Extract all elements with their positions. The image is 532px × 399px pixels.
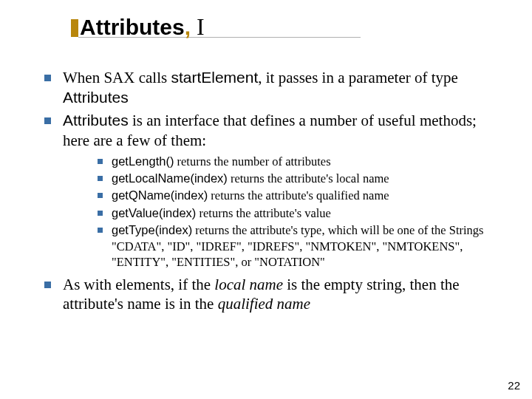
code-fragment: getType(index) bbox=[112, 223, 192, 236]
bullet-square-icon bbox=[98, 159, 103, 164]
bullet-square-icon bbox=[98, 211, 103, 216]
bullet-text: getLocalName(index) returns the attribut… bbox=[112, 171, 389, 186]
code-fragment: getQName(index) bbox=[112, 188, 208, 202]
emphasis: qualified name bbox=[218, 295, 310, 313]
bullet-square-icon bbox=[44, 75, 51, 81]
emphasis: local name bbox=[214, 276, 283, 293]
slide-title-block: Attributes, I bbox=[80, 13, 205, 41]
bullet-level1: As with elements, if the local name is t… bbox=[44, 275, 502, 315]
bullet-level2: getLength() returns the number of attrib… bbox=[98, 154, 502, 169]
bullet-square-icon bbox=[44, 282, 51, 288]
bullet-text: getValue(index) returns the attribute's … bbox=[112, 205, 331, 221]
text-fragment: returns the attribute's value bbox=[196, 206, 331, 220]
title-comma: , bbox=[185, 15, 191, 39]
code-fragment: getLocalName(index) bbox=[112, 171, 228, 185]
bullet-square-icon bbox=[98, 176, 103, 181]
bullet-level2: getValue(index) returns the attribute's … bbox=[98, 205, 502, 221]
text-fragment: returns the attribute's local name bbox=[228, 171, 389, 185]
code-fragment: startElement bbox=[171, 69, 258, 86]
title-accent-bar bbox=[71, 19, 78, 37]
page-number: 22 bbox=[508, 379, 520, 392]
code-fragment: getLength() bbox=[112, 154, 174, 168]
bullet-level1: Attributes is an interface that defines … bbox=[44, 111, 502, 151]
bullet-level2: getQName(index) returns the attribute's … bbox=[98, 188, 502, 203]
bullet-text: As with elements, if the local name is t… bbox=[63, 275, 502, 315]
text-fragment: returns the number of attributes bbox=[174, 154, 330, 168]
bullet-text: getQName(index) returns the attribute's … bbox=[112, 188, 389, 203]
bullet-square-icon bbox=[98, 193, 103, 198]
text-fragment: returns the attribute's qualified name bbox=[208, 188, 389, 202]
bullet-text: getLength() returns the number of attrib… bbox=[112, 154, 331, 169]
code-fragment: Attributes bbox=[63, 89, 129, 106]
bullet-square-icon bbox=[98, 228, 103, 233]
bullet-text: getType(index) returns the attribute's t… bbox=[112, 222, 502, 270]
bullet-level2: getType(index) returns the attribute's t… bbox=[98, 222, 502, 270]
sublist: getLength() returns the number of attrib… bbox=[98, 154, 502, 270]
title-suffix: I bbox=[191, 13, 205, 40]
bullet-text: When SAX calls startElement, it passes i… bbox=[63, 68, 502, 108]
text-fragment: , it passes in a parameter of type bbox=[258, 69, 458, 86]
title-main: Attributes bbox=[80, 15, 185, 39]
text-fragment: As with elements, if the bbox=[63, 276, 214, 293]
code-fragment: getValue(index) bbox=[112, 206, 196, 219]
bullet-text: Attributes is an interface that defines … bbox=[63, 111, 502, 151]
slide-content: When SAX calls startElement, it passes i… bbox=[44, 68, 502, 317]
slide-title: Attributes, I bbox=[80, 13, 205, 41]
bullet-level2: getLocalName(index) returns the attribut… bbox=[98, 171, 502, 186]
text-fragment: When SAX calls bbox=[63, 69, 171, 86]
code-fragment: Attributes bbox=[63, 112, 129, 129]
bullet-level1: When SAX calls startElement, it passes i… bbox=[44, 68, 502, 108]
bullet-square-icon bbox=[44, 117, 51, 124]
